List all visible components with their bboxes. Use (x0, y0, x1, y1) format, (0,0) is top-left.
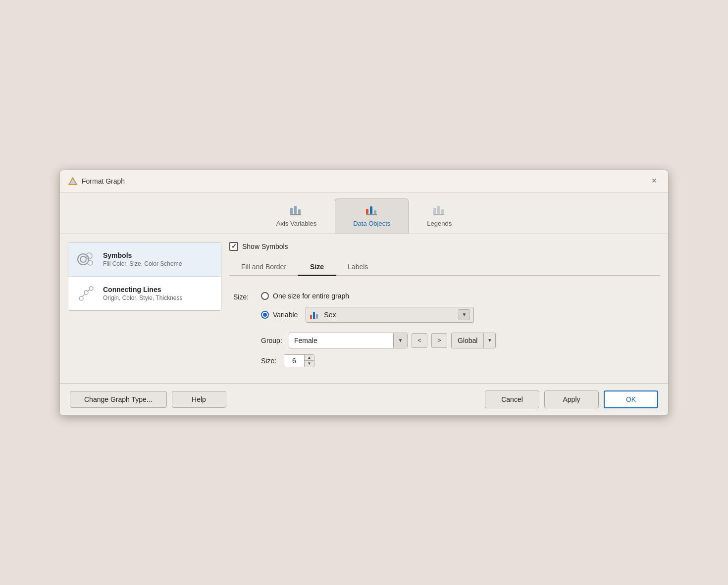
cancel-button[interactable]: Cancel (485, 390, 539, 408)
show-symbols-row: Show Symbols (229, 242, 660, 251)
spinner-up-button[interactable]: ▲ (305, 355, 314, 361)
connecting-lines-subtitle: Origin, Color, Style, Thickness (103, 294, 183, 301)
svg-rect-7 (370, 206, 372, 214)
group-label: Group: (261, 337, 285, 344)
tab-axis-variables[interactable]: Axis Variables (258, 198, 335, 234)
svg-point-17 (88, 260, 93, 265)
close-button[interactable]: × (648, 175, 660, 187)
panel-item-connecting-lines[interactable]: Connecting Lines Origin, Color, Style, T… (68, 277, 221, 310)
size-row: Size: One size for entire graph Variable (233, 292, 656, 323)
inner-tab-labels[interactable]: Labels (336, 259, 380, 276)
symbols-text: Symbols Fill Color, Size, Color Scheme (103, 251, 182, 267)
group-dropdown-arrow[interactable]: ▼ (393, 333, 407, 348)
radio-one-size[interactable]: One size for entire graph (261, 292, 474, 300)
footer-right: Cancel Apply OK (485, 390, 658, 408)
title-bar-left: Format Graph (68, 176, 125, 186)
size-spinner[interactable]: 6 ▲ ▼ (284, 354, 314, 367)
variable-value: Sex (324, 311, 456, 319)
symbols-icon (76, 249, 96, 269)
format-graph-dialog: Format Graph × Axis Variables (59, 170, 669, 416)
global-label: Global (452, 334, 483, 347)
tab-legends-label: Legends (427, 220, 452, 227)
size-input-label: Size: (261, 357, 280, 365)
spinner-down-button[interactable]: ▼ (305, 361, 314, 367)
dialog-title: Format Graph (82, 177, 125, 185)
radio-one-size-btn[interactable] (261, 292, 269, 300)
global-dropdown[interactable]: Global ▼ (451, 333, 496, 348)
inner-tab-fill-border[interactable]: Fill and Border (229, 259, 298, 276)
radio-variable-label: Variable (273, 311, 298, 319)
size-spinner-value: 6 (284, 355, 304, 367)
svg-rect-10 (433, 208, 436, 214)
svg-rect-8 (374, 210, 376, 214)
panel-item-symbols[interactable]: Symbols Fill Color, Size, Color Scheme (68, 243, 221, 277)
group-dropdown[interactable]: Female ▼ (289, 333, 408, 348)
connecting-lines-icon (76, 284, 96, 303)
data-objects-icon (365, 204, 379, 218)
svg-rect-2 (290, 208, 293, 214)
left-panel: Symbols Fill Color, Size, Color Scheme C… (68, 242, 221, 311)
spinner-arrows: ▲ ▼ (304, 355, 314, 367)
app-icon (68, 176, 78, 186)
radio-variable[interactable]: Variable Sex ▼ (261, 307, 474, 323)
tab-axis-variables-label: Axis Variables (276, 220, 316, 227)
variable-dropdown-arrow[interactable]: ▼ (459, 309, 469, 320)
main-content: Symbols Fill Color, Size, Color Scheme C… (60, 234, 668, 383)
svg-rect-12 (441, 209, 444, 214)
group-row: Group: Female ▼ < > Global ▼ (261, 333, 656, 348)
connecting-lines-title: Connecting Lines (103, 286, 183, 293)
size-section-label: Size: (233, 292, 253, 301)
tab-legends[interactable]: Legends (409, 198, 470, 234)
svg-marker-1 (69, 178, 77, 185)
show-symbols-label: Show Symbols (242, 243, 288, 250)
prev-group-button[interactable]: < (412, 333, 427, 348)
connecting-lines-text: Connecting Lines Origin, Color, Style, T… (103, 286, 183, 301)
size-input-row: Size: 6 ▲ ▼ (261, 354, 656, 367)
next-group-button[interactable]: > (431, 333, 447, 348)
svg-rect-11 (437, 206, 440, 214)
legends-icon (432, 204, 446, 218)
variable-dropdown-row: Sex ▼ (306, 307, 474, 323)
svg-point-15 (80, 256, 86, 262)
change-graph-type-button[interactable]: Change Graph Type... (70, 391, 167, 408)
footer-left: Change Graph Type... Help (70, 391, 226, 408)
inner-tabs: Fill and Border Size Labels (229, 259, 660, 276)
radio-options: One size for entire graph Variable (261, 292, 474, 323)
ok-button[interactable]: OK (604, 390, 658, 408)
right-panel: Show Symbols Fill and Border Size Labels… (229, 242, 660, 375)
variable-dropdown[interactable]: Sex ▼ (306, 307, 474, 323)
symbols-subtitle: Fill Color, Size, Color Scheme (103, 260, 182, 267)
apply-button[interactable]: Apply (544, 390, 599, 408)
title-bar: Format Graph × (60, 170, 668, 193)
symbols-title: Symbols (103, 251, 182, 259)
tab-data-objects[interactable]: Data Objects (335, 198, 409, 234)
inner-tab-size[interactable]: Size (298, 259, 336, 276)
radio-one-size-label: One size for entire graph (273, 292, 349, 300)
help-button[interactable]: Help (172, 391, 226, 408)
svg-point-14 (78, 254, 89, 265)
bar-chart-icon (310, 311, 318, 319)
tab-bar: Axis Variables Data Objects (60, 193, 668, 234)
global-dropdown-arrow[interactable]: ▼ (483, 333, 495, 348)
tab-data-objects-label: Data Objects (353, 220, 390, 227)
radio-variable-btn[interactable] (261, 311, 269, 319)
svg-rect-3 (294, 206, 297, 214)
group-value: Female (289, 334, 393, 347)
content-area: Size: One size for entire graph Variable (229, 284, 660, 375)
show-symbols-checkbox[interactable] (229, 242, 238, 251)
footer: Change Graph Type... Help Cancel Apply O… (60, 383, 668, 415)
svg-rect-4 (298, 209, 301, 214)
axis-variables-icon (289, 204, 303, 218)
svg-rect-6 (366, 209, 368, 214)
